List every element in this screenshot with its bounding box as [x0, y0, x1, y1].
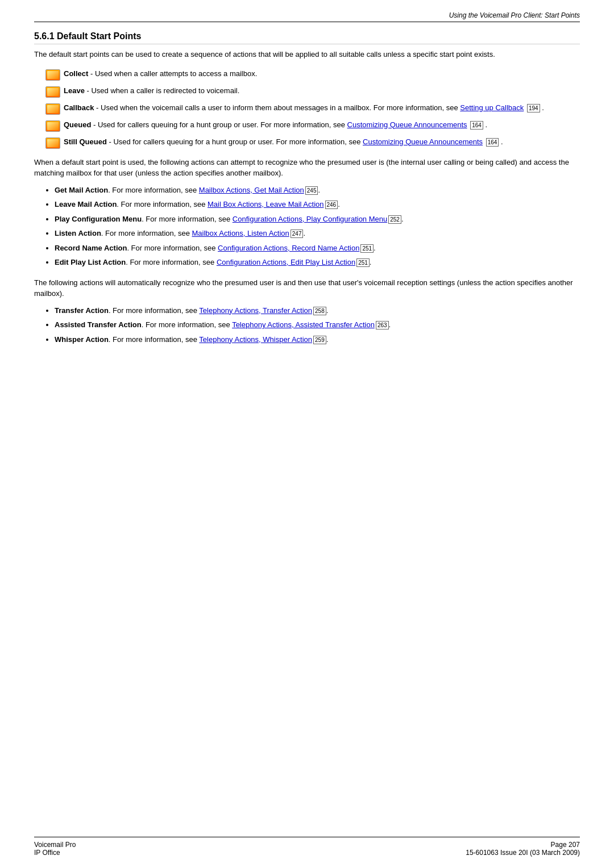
list-item-queued: Queued - Used for callers queuing for a …: [45, 119, 580, 131]
still-queued-icon: [45, 137, 60, 149]
action2-link-0[interactable]: Telephony Actions, Transfer Action: [199, 306, 312, 315]
action2-item-2: Whisper Action. For more information, se…: [55, 334, 580, 345]
footer-right: Page 207 15-601063 Issue 20I (03 March 2…: [466, 841, 580, 857]
action2-bold-2: Whisper Action: [55, 335, 109, 344]
queued-icon: [45, 120, 60, 132]
page-header: Using the Voicemail Pro Client: Start Po…: [34, 11, 580, 22]
action1-text-3: . For more information, see: [101, 229, 192, 237]
action1-link-3[interactable]: Mailbox Actions, Listen Action: [192, 229, 289, 237]
leave-label: Leave: [64, 86, 85, 95]
paragraph2: The following actions will automatically…: [34, 277, 580, 299]
action2-link-2[interactable]: Telephony Actions, Whisper Action: [199, 335, 312, 344]
action2-text-0: . For more information, see: [109, 306, 199, 315]
footer-product: Voicemail Pro: [34, 841, 76, 849]
still-queued-ref: 164: [486, 138, 499, 147]
leave-icon: [45, 86, 60, 98]
action2-ref-2: 259: [313, 336, 326, 344]
list-item-still-queued: Still Queued - Used for callers queuing …: [45, 136, 580, 148]
action1-text-0: . For more information, see: [108, 186, 199, 194]
action1-ref-5: 251: [356, 258, 370, 267]
action1-ref-0: 245: [305, 186, 318, 195]
list-item-callback: Callback - Used when the voicemail calls…: [45, 102, 580, 114]
action1-bold-4: Record Name Action: [55, 244, 127, 252]
action1-link-2[interactable]: Configuration Actions, Play Configuratio…: [233, 215, 387, 223]
collect-desc: - Used when a caller attempts to access …: [88, 69, 257, 78]
action1-bold-3: Listen Action: [55, 229, 101, 237]
action2-ref-1: 263: [376, 321, 389, 329]
callback-icon: [45, 103, 60, 115]
action2-bold-0: Transfer Action: [55, 306, 109, 315]
queued-label: Queued: [64, 120, 91, 129]
list-item-leave: Leave - Used when a caller is redirected…: [45, 85, 580, 97]
action1-item-0: Get Mail Action. For more information, s…: [55, 185, 580, 196]
queued-link[interactable]: Customizing Queue Announcements: [347, 120, 467, 129]
action1-bold-0: Get Mail Action: [55, 186, 108, 194]
actions1-list: Get Mail Action. For more information, s…: [55, 185, 580, 268]
action1-link-1[interactable]: Mail Box Actions, Leave Mail Action: [208, 200, 324, 208]
action1-item-1: Leave Mail Action. For more information,…: [55, 199, 580, 210]
queued-ref: 164: [470, 121, 483, 130]
page-container: Using the Voicemail Pro Client: Start Po…: [0, 0, 614, 398]
action1-item-3: Listen Action. For more information, see…: [55, 228, 580, 239]
action2-ref-0: 258: [313, 307, 326, 315]
action1-item-5: Edit Play List Action. For more informat…: [55, 257, 580, 268]
actions2-list: Transfer Action. For more information, s…: [55, 305, 580, 345]
still-queued-desc: - Used for callers queuing for a hunt gr…: [109, 137, 363, 146]
action1-bold-5: Edit Play List Action: [55, 258, 126, 266]
action1-link-5[interactable]: Configuration Actions, Edit Play List Ac…: [217, 258, 355, 266]
collect-label: Collect: [64, 69, 88, 78]
list-item-collect: Collect - Used when a caller attempts to…: [45, 68, 580, 80]
collect-icon: [45, 69, 60, 81]
action2-text-1: . For more information, see: [142, 320, 232, 329]
action1-ref-1: 246: [325, 201, 338, 209]
footer-page: Page 207: [466, 841, 580, 849]
intro-text: The default start points can be used to …: [34, 49, 580, 60]
still-queued-link[interactable]: Customizing Queue Announcements: [363, 137, 483, 146]
section-title: 5.6.1 Default Start Points: [34, 31, 580, 44]
start-points-list: Collect - Used when a caller attempts to…: [45, 68, 580, 148]
action1-ref-4: 251: [360, 244, 374, 253]
callback-label: Callback: [64, 103, 94, 112]
action1-bold-1: Leave Mail Action: [55, 200, 117, 208]
action1-link-0[interactable]: Mailbox Actions, Get Mail Action: [199, 186, 304, 194]
callback-desc: - Used when the voicemail calls a user t…: [96, 103, 460, 112]
action1-text-5: . For more information, see: [126, 258, 217, 266]
leave-desc: - Used when a caller is redirected to vo…: [85, 86, 239, 95]
action2-text-2: . For more information, see: [109, 335, 199, 344]
action2-link-1[interactable]: Telephony Actions, Assisted Transfer Act…: [232, 320, 375, 329]
action1-link-4[interactable]: Configuration Actions, Record Name Actio…: [218, 244, 359, 252]
footer-issue: 15-601063 Issue 20I (03 March 2009): [466, 849, 580, 857]
footer-product2: IP Office: [34, 849, 76, 857]
action2-item-0: Transfer Action. For more information, s…: [55, 305, 580, 316]
paragraph1: When a default start point is used, the …: [34, 157, 580, 179]
header-text: Using the Voicemail Pro Client: Start Po…: [449, 11, 580, 19]
still-queued-label: Still Queued: [64, 137, 107, 146]
action1-bold-2: Play Configuration Menu: [55, 215, 142, 223]
action2-item-1: Assisted Transfer Action. For more infor…: [55, 319, 580, 331]
action1-item-4: Record Name Action. For more information…: [55, 243, 580, 254]
action1-text-2: . For more information, see: [142, 215, 233, 223]
action1-ref-2: 252: [388, 215, 401, 224]
action1-ref-3: 247: [291, 229, 304, 238]
footer-left: Voicemail Pro IP Office: [34, 841, 76, 857]
action1-item-2: Play Configuration Menu. For more inform…: [55, 214, 580, 225]
action1-text-1: . For more information, see: [117, 200, 208, 208]
queued-desc: - Used for callers queuing for a hunt gr…: [93, 120, 347, 129]
action2-bold-1: Assisted Transfer Action: [55, 320, 142, 329]
callback-link[interactable]: Setting up Callback: [460, 103, 524, 112]
page-footer: Voicemail Pro IP Office Page 207 15-6010…: [34, 837, 580, 857]
callback-ref: 194: [527, 104, 540, 112]
action1-text-4: . For more information, see: [127, 244, 218, 252]
